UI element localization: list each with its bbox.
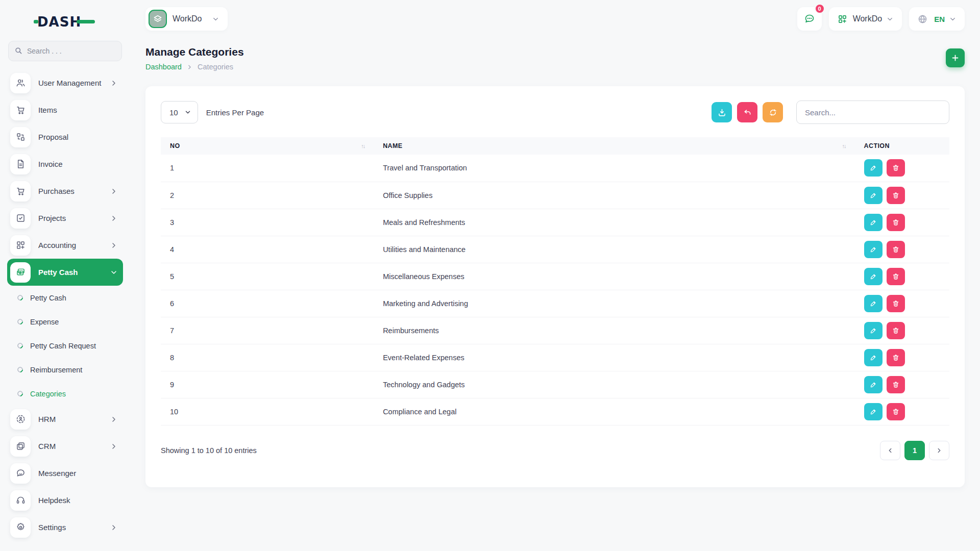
app-logo[interactable]: DASH [7,9,123,34]
chat-bubble-icon [803,13,816,25]
delete-button[interactable] [887,187,905,204]
delete-button[interactable] [887,322,905,339]
sidebar-item-invoice[interactable]: Invoice [7,151,123,178]
topbar-right: 0 WorkDo EN [797,7,965,31]
app-switcher-label: WorkDo [853,14,883,23]
app-switcher[interactable]: WorkDo [829,7,902,31]
add-category-button[interactable] [946,48,965,67]
bullet-icon [16,342,24,350]
row-actions [864,322,949,339]
sidebar-item-label: Projects [38,214,110,222]
messages-button[interactable]: 0 [797,7,822,31]
chevron-right-icon [110,442,118,450]
entries-summary: Showing 1 to 10 of 10 entries [161,446,257,455]
edit-button[interactable] [864,403,883,420]
download-icon [717,108,727,117]
sidebar-item-crm[interactable]: CRM [7,433,123,460]
edit-button[interactable] [864,295,883,312]
table-search-input[interactable] [796,101,949,124]
table-controls: 10 Entries Per Page [161,101,949,124]
table-row: 10Compliance and Legal [161,398,949,425]
edit-button[interactable] [864,241,883,258]
breadcrumb-dashboard-link[interactable]: Dashboard [145,63,182,71]
page-1-button[interactable]: 1 [904,441,925,460]
building-icon [153,14,163,24]
chevron-left-icon [887,447,894,454]
chevron-right-icon [110,187,118,195]
language-selector[interactable]: EN [909,7,965,31]
reset-button[interactable] [737,102,757,122]
column-header-name[interactable]: NAME ↑↓ [374,137,854,155]
previous-page-button[interactable] [880,441,900,460]
row-actions [864,403,949,420]
export-button[interactable] [712,102,732,122]
sidebar-item-items[interactable]: Items [7,96,123,123]
edit-button[interactable] [864,159,883,177]
delete-button[interactable] [887,403,905,420]
column-header-no[interactable]: NO ↑↓ [161,137,374,155]
sidebar-item-helpdesk[interactable]: Helpdesk [7,487,123,514]
delete-button[interactable] [887,376,905,393]
page-title: Manage Categories [145,46,965,58]
chevron-down-icon [110,268,118,277]
chevron-right-icon [110,415,118,423]
sidebar-item-user-management[interactable]: User Management [7,69,123,96]
sidebar-item-purchases[interactable]: Purchases [7,178,123,205]
sort-icon[interactable]: ↑↓ [361,143,364,149]
sidebar-subitem-petty-cash-request[interactable]: Petty Cash Request [7,334,123,358]
edit-button[interactable] [864,214,883,231]
row-number: 8 [161,344,374,371]
edit-button[interactable] [864,349,883,366]
row-name: Event-Related Expenses [374,344,854,371]
bullet-icon [16,366,24,374]
table-row: 6Marketing and Advertising [161,290,949,317]
sidebar-item-messenger[interactable]: Messenger [7,460,123,487]
edit-button[interactable] [864,376,883,393]
chevron-down-icon [949,15,957,23]
sidebar-subitem-categories[interactable]: Categories [7,382,123,406]
entries-per-page-select[interactable]: 10 [161,101,198,123]
sidebar-item-label: HRM [38,415,110,423]
row-number: 10 [161,398,374,425]
users-icon [10,73,31,93]
messages-badge: 0 [815,4,825,14]
crm-icon [10,436,31,457]
workspace-avatar [149,10,167,28]
sidebar-subitem-expense[interactable]: Expense [7,310,123,334]
delete-button[interactable] [887,268,905,285]
row-name: Compliance and Legal [374,398,854,425]
sidebar-item-proposal[interactable]: Proposal [7,123,123,151]
row-name: Miscellaneous Expenses [374,263,854,290]
delete-button[interactable] [887,214,905,231]
chevron-down-icon [886,15,894,23]
sidebar-item-projects[interactable]: Projects [7,205,123,232]
edit-button[interactable] [864,187,883,204]
sidebar-subitem-label: Reimbursement [30,366,82,374]
edit-button[interactable] [864,268,883,285]
sidebar-subitem-petty-cash[interactable]: Petty Cash [7,286,123,310]
next-page-button[interactable] [929,441,949,460]
money-icon [10,262,31,283]
chevron-right-icon [186,64,193,70]
refresh-button[interactable] [763,102,783,122]
sort-icon[interactable]: ↑↓ [842,143,846,149]
delete-button[interactable] [887,241,905,258]
sidebar-search-input[interactable] [8,41,122,61]
sidebar-item-hrm[interactable]: HRM [7,406,123,433]
sidebar-subitem-reimbursement[interactable]: Reimbursement [7,358,123,382]
delete-button[interactable] [887,295,905,312]
sidebar-item-settings[interactable]: Settings [7,514,123,541]
workspace-selector[interactable]: WorkDo [145,7,228,31]
table-row: 1Travel and Transportation [161,155,949,182]
headset-icon [10,490,31,511]
undo-icon [743,108,752,117]
edit-button[interactable] [864,322,883,339]
delete-button[interactable] [887,159,905,177]
sidebar-item-petty-cash[interactable]: Petty Cash [7,259,123,286]
sidebar-item-label: Messenger [38,469,118,478]
cart-icon [10,181,31,202]
sidebar-item-accounting[interactable]: Accounting [7,232,123,259]
row-actions [864,349,949,366]
delete-button[interactable] [887,349,905,366]
row-name: Meals and Refreshments [374,209,854,236]
